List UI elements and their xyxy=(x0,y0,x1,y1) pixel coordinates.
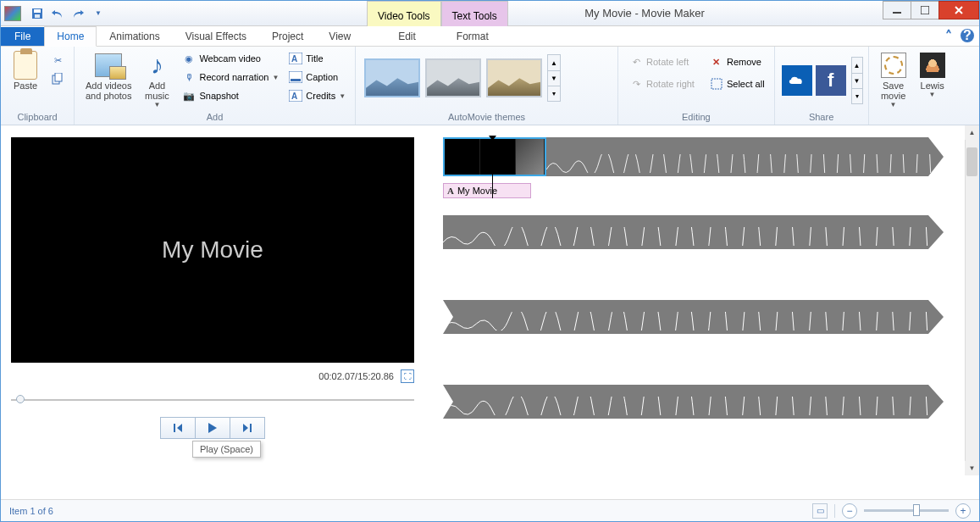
qat-dropdown-icon[interactable]: ▼ xyxy=(89,4,108,23)
audio-waveform-2[interactable] xyxy=(443,215,944,249)
file-tab[interactable]: File xyxy=(1,27,44,46)
window-controls xyxy=(883,1,979,19)
title-button[interactable]: ATitle xyxy=(285,49,350,68)
timeline-pane[interactable]: A My Movie ▲ ▼ xyxy=(424,125,979,475)
select-all-icon xyxy=(710,77,723,91)
tab-view[interactable]: View xyxy=(316,26,363,46)
next-frame-button[interactable] xyxy=(230,417,265,439)
title-clip-label: My Movie xyxy=(457,186,497,196)
audio-waveform-3[interactable] xyxy=(443,300,944,334)
theme-2[interactable] xyxy=(425,58,481,97)
audio-waveform-4[interactable] xyxy=(443,385,944,419)
zoom-slider[interactable] xyxy=(864,509,949,512)
status-bar: Item 1 of 6 ▭ − + xyxy=(1,499,979,521)
gallery-more-icon[interactable]: ▾ xyxy=(548,86,560,101)
gallery-down-icon[interactable]: ▼ xyxy=(548,70,560,86)
timeline-row-1[interactable]: A My Movie xyxy=(443,137,944,180)
group-automovie: ▲ ▼ ▾ AutoMovie themes xyxy=(356,47,618,125)
snapshot-button[interactable]: 📷Snapshot xyxy=(178,86,283,105)
zoom-in-button[interactable]: + xyxy=(955,503,971,519)
ribbon: Paste ✂ Clipboard Add videos and photos … xyxy=(1,47,979,125)
tab-visual-effects[interactable]: Visual Effects xyxy=(173,26,259,46)
ribbon-tabs: File Home Animations Visual Effects Proj… xyxy=(1,26,979,47)
video-clip[interactable] xyxy=(443,137,546,176)
svg-rect-10 xyxy=(291,79,301,81)
vertical-scrollbar[interactable]: ▲ ▼ xyxy=(965,125,979,475)
save-icon[interactable] xyxy=(28,4,47,23)
signin-label: Lewis xyxy=(921,81,944,91)
save-movie-button[interactable]: Save movie▼ xyxy=(874,49,913,111)
add-videos-button[interactable]: Add videos and photos xyxy=(80,49,137,103)
gallery-up-icon[interactable]: ▲ xyxy=(548,55,560,70)
zoom-out-button[interactable]: − xyxy=(842,503,857,519)
tab-project[interactable]: Project xyxy=(259,26,316,46)
copy-button[interactable] xyxy=(47,69,69,88)
scroll-up-icon[interactable]: ▲ xyxy=(965,125,979,140)
svg-rect-2 xyxy=(35,14,40,18)
rotate-left-button[interactable]: ↶Rotate left xyxy=(625,53,699,71)
title-icon: A xyxy=(289,52,302,65)
maximize-button[interactable] xyxy=(911,1,939,19)
signin-button[interactable]: Lewis ▼ xyxy=(913,49,952,101)
facebook-button[interactable]: f xyxy=(816,65,846,96)
caption-button[interactable]: Caption xyxy=(285,68,350,86)
remove-button[interactable]: ✕Remove xyxy=(706,53,769,71)
skydrive-button[interactable] xyxy=(782,65,812,96)
view-toggle-button[interactable]: ▭ xyxy=(812,503,828,519)
music-note-icon: ♪ xyxy=(151,53,163,78)
play-tooltip: Play (Space) xyxy=(192,441,261,458)
app-icon xyxy=(4,6,21,21)
share-up-icon[interactable]: ▲ xyxy=(852,58,862,73)
webcam-button[interactable]: ◉Webcam video xyxy=(178,49,283,68)
tab-edit[interactable]: Edit xyxy=(385,26,429,46)
rotate-right-icon: ↷ xyxy=(629,77,643,91)
rotate-right-button[interactable]: ↷Rotate right xyxy=(625,75,699,93)
tab-animations[interactable]: Animations xyxy=(97,26,172,46)
theme-3[interactable] xyxy=(486,58,542,97)
credits-button[interactable]: ACredits ▼ xyxy=(285,86,350,105)
timeline-row-3[interactable] xyxy=(443,297,944,339)
timeline-row-2[interactable] xyxy=(443,212,944,254)
zoom-slider-thumb[interactable] xyxy=(913,504,920,516)
group-save: Save movie▼ Lewis ▼ xyxy=(869,47,957,125)
preview-pane: My Movie 00:02.07/15:20.86 ⛶ Play (Space… xyxy=(1,125,424,475)
quick-access-toolbar: ▼ xyxy=(28,4,108,23)
minimize-button[interactable] xyxy=(883,1,911,19)
share-down-icon[interactable]: ▼ xyxy=(852,73,862,88)
preview-monitor[interactable]: My Movie xyxy=(11,137,414,363)
video-tools-tab[interactable]: Video Tools xyxy=(367,1,441,26)
microphone-icon: 🎙 xyxy=(182,70,196,84)
tab-format[interactable]: Format xyxy=(444,26,501,46)
cut-button[interactable]: ✂ xyxy=(47,51,69,69)
collapse-ribbon-icon[interactable]: ˄ xyxy=(942,29,955,42)
timeline-row-4[interactable] xyxy=(443,381,944,424)
undo-icon[interactable] xyxy=(48,4,67,23)
prev-frame-button[interactable] xyxy=(160,417,196,439)
svg-rect-3 xyxy=(893,12,901,14)
close-button[interactable] xyxy=(938,1,979,19)
title-bar: ▼ Video Tools Text Tools My Movie - Movi… xyxy=(1,1,979,26)
tab-home[interactable]: Home xyxy=(44,26,97,47)
seek-bar[interactable] xyxy=(11,395,414,405)
status-left: Item 1 of 6 xyxy=(9,506,53,516)
seek-thumb[interactable] xyxy=(16,395,25,403)
camera-icon: 📷 xyxy=(182,89,196,103)
theme-default[interactable] xyxy=(364,58,420,97)
play-button[interactable] xyxy=(195,417,230,439)
record-narration-button[interactable]: 🎙Record narration ▼ xyxy=(178,68,283,86)
caption-icon xyxy=(289,70,302,84)
workspace: My Movie 00:02.07/15:20.86 ⛶ Play (Space… xyxy=(1,125,979,475)
scrollbar-thumb[interactable] xyxy=(966,147,977,176)
fullscreen-icon[interactable]: ⛶ xyxy=(401,369,414,383)
title-clip[interactable]: A My Movie xyxy=(443,183,531,198)
audio-waveform-1[interactable] xyxy=(546,137,944,176)
playhead[interactable] xyxy=(492,139,493,198)
share-more-icon[interactable]: ▾ xyxy=(852,88,862,103)
select-all-button[interactable]: Select all xyxy=(706,75,769,93)
add-music-button[interactable]: ♪ Add music▼ xyxy=(137,49,176,111)
redo-icon[interactable] xyxy=(69,4,87,23)
theme-gallery-spinner: ▲ ▼ ▾ xyxy=(547,54,561,102)
scroll-down-icon[interactable]: ▼ xyxy=(965,461,979,475)
paste-button[interactable]: Paste xyxy=(6,49,45,93)
help-icon[interactable]: ? xyxy=(961,29,974,42)
